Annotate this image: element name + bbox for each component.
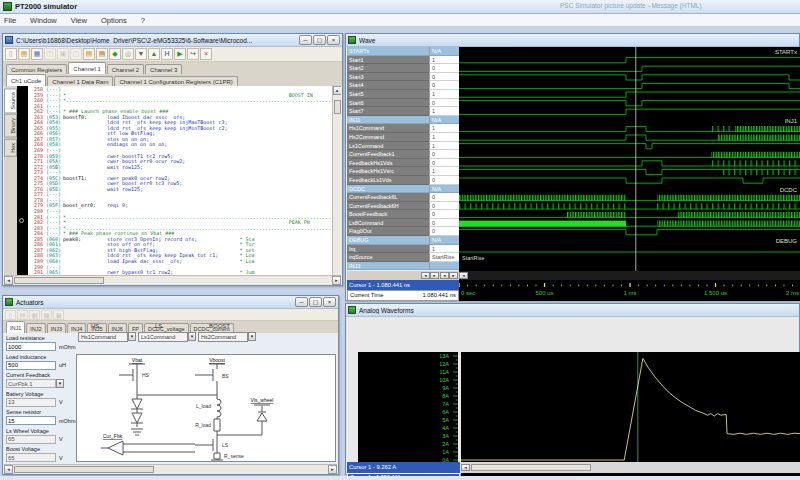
- wave-canvas-scrollbar[interactable]: ◄: [459, 271, 800, 280]
- toolbar-icon[interactable]: ▦: [41, 310, 52, 320]
- wave-signal-row[interactable]: FeedbackLs1Vds 0: [347, 176, 459, 185]
- wave-signal-row[interactable]: CurrentFeedback6H 0: [347, 202, 459, 211]
- menu-item[interactable]: File: [4, 16, 16, 25]
- wave-signal-row[interactable]: Flag0Out 0: [347, 227, 459, 236]
- field-input[interactable]: [6, 453, 56, 462]
- toolbar-icon[interactable]: ▲: [148, 48, 160, 60]
- analog-titlebar[interactable]: Analog Waveforms: [346, 304, 799, 317]
- wave-window-titlebar[interactable]: Wave: [346, 34, 799, 47]
- toolbar-icon[interactable]: ▦: [29, 310, 40, 320]
- scroll-thumb[interactable]: [471, 464, 591, 471]
- view-mode-tab[interactable]: Binary: [4, 114, 17, 138]
- analog-cursor-amp-readout[interactable]: Cursor 1 - 9.262 A: [347, 462, 460, 473]
- wave-signal-row[interactable]: Hs1Command 1: [347, 124, 459, 133]
- wave-signal-row[interactable]: FeedbackHs1Vds 0: [347, 159, 459, 168]
- wave-signal-row[interactable]: Start3 0: [347, 73, 459, 82]
- wave-signal-row[interactable]: Ls8Command 0: [347, 219, 459, 228]
- code-horizontal-scrollbar[interactable]: ◄ ►: [4, 275, 341, 284]
- toolbar-icon[interactable]: ▢: [70, 48, 82, 60]
- view-mode-tab[interactable]: Hex: [4, 139, 17, 157]
- toolbar-icon[interactable]: ▤: [83, 48, 95, 60]
- scroll-up-button[interactable]: ▲: [333, 86, 342, 95]
- wave-cursor-readout[interactable]: Cursor 1 - 1.080.441 ns: [347, 280, 459, 290]
- wave-signal-row[interactable]: STARTx N/A: [347, 47, 459, 56]
- analog-waveform-canvas[interactable]: [461, 352, 800, 462]
- wave-signal-row[interactable]: Start1 1: [347, 56, 459, 65]
- field-input[interactable]: [6, 342, 56, 351]
- scroll-right-button[interactable]: ►: [332, 276, 341, 285]
- toolbar-icon[interactable]: ◆: [109, 48, 121, 60]
- toolbar-icon[interactable]: ×: [200, 48, 212, 60]
- code-window-titlebar[interactable]: C:\Users\b16868\Desktop\Home_Driver\PSC\…: [3, 34, 342, 47]
- wave-signal-row[interactable]: FeedbackHs1Vsrc 1: [347, 167, 459, 176]
- scroll-thumb[interactable]: [14, 466, 154, 473]
- restore-button[interactable]: ▢: [309, 297, 322, 307]
- scroll-left-button[interactable]: ◄: [459, 272, 468, 279]
- toolbar-icon[interactable]: ▼: [135, 48, 147, 60]
- ls-command-select[interactable]: Ls1Command ▼: [138, 332, 196, 342]
- ucode-subtab[interactable]: Channel 1 Configuration Registers (C1PR): [114, 76, 237, 86]
- channel-tab[interactable]: Common Registers: [6, 64, 67, 74]
- toolbar-icon[interactable]: ▤: [96, 48, 108, 60]
- actuator-tab[interactable]: INJ2: [26, 323, 45, 333]
- toolbar-icon[interactable]: ▯: [5, 48, 17, 60]
- boost-command-select[interactable]: Hs2Command ▼: [198, 332, 256, 342]
- wave-signal-row[interactable]: CurrentFeedback6L 0: [347, 193, 459, 202]
- digital-waveform-canvas[interactable]: STARTxINJ1DCDCDEBUGStartRise: [459, 47, 800, 271]
- wave-signal-row[interactable]: Start2 0: [347, 64, 459, 73]
- wave-signal-row[interactable]: INJ1 N/A: [347, 116, 459, 125]
- scroll-right-button[interactable]: ►: [449, 272, 458, 279]
- scroll-thumb[interactable]: [14, 277, 104, 284]
- actuators-titlebar[interactable]: Actuators ─ ▢ ×: [3, 296, 338, 309]
- scroll-thumb[interactable]: [334, 100, 341, 114]
- chevron-down-icon[interactable]: ▼: [248, 332, 256, 341]
- wave-signal-row[interactable]: DCDC N/A: [347, 185, 459, 194]
- toolbar-icon[interactable]: ▶: [174, 48, 186, 60]
- wave-signal-row[interactable]: DEBUG N/A: [347, 236, 459, 245]
- channel-tab[interactable]: Channel 1: [68, 62, 105, 74]
- analog-horizontal-scrollbar[interactable]: ◄: [461, 462, 800, 473]
- chevron-down-icon[interactable]: ▼: [188, 332, 196, 341]
- view-mode-tab[interactable]: Source: [4, 88, 17, 113]
- scroll-left-button[interactable]: ◄: [461, 464, 470, 471]
- field-input[interactable]: [6, 361, 56, 370]
- field-input[interactable]: [6, 398, 56, 407]
- wave-signal-row[interactable]: Start6 0: [347, 99, 459, 108]
- toolbar-icon[interactable]: ▣: [53, 310, 64, 320]
- minimize-button[interactable]: ─: [295, 297, 308, 307]
- menu-item[interactable]: View: [71, 16, 87, 25]
- wave-list-scrollbar[interactable]: ◄► ◄►: [347, 271, 459, 280]
- toolbar-icon[interactable]: ↪: [187, 48, 199, 60]
- wave-signal-row[interactable]: CurrentFeedback1 0: [347, 150, 459, 159]
- chevron-down-icon[interactable]: ▼: [56, 379, 64, 388]
- actuator-tab[interactable]: INJ1: [6, 321, 25, 333]
- menu-item[interactable]: Options: [101, 16, 127, 25]
- toolbar-icon[interactable]: ▤: [18, 48, 30, 60]
- actuators-horizontal-scrollbar[interactable]: ◄ ►: [4, 464, 337, 473]
- channel-tab[interactable]: Channel 3: [145, 64, 182, 74]
- close-button[interactable]: ×: [327, 35, 340, 45]
- ucode-subtab[interactable]: Ch1 uCode: [6, 74, 46, 86]
- wave-signal-row[interactable]: INJ3: [347, 262, 459, 271]
- scroll-left-button[interactable]: ◄: [421, 272, 430, 279]
- scroll-left-button[interactable]: ◄: [4, 276, 13, 285]
- hs-command-select[interactable]: Hs1Command ▼: [78, 332, 136, 342]
- field-input[interactable]: [6, 416, 56, 425]
- scroll-left-button[interactable]: ◄: [440, 272, 449, 279]
- wave-signal-row[interactable]: Irq 1: [347, 245, 459, 254]
- ucode-subtab[interactable]: Channel 1 Data Ram: [47, 76, 113, 86]
- wave-signal-row[interactable]: Ls1Command 1: [347, 142, 459, 151]
- code-vertical-scrollbar[interactable]: ▲: [332, 86, 341, 275]
- scroll-left-button[interactable]: ◄: [4, 465, 13, 474]
- menu-item[interactable]: ?: [141, 16, 145, 25]
- wave-signal-row[interactable]: Hs2Command 1: [347, 133, 459, 142]
- scroll-right-button[interactable]: ►: [328, 465, 337, 474]
- actuator-tab[interactable]: INJ3: [47, 323, 66, 333]
- toolbar-icon[interactable]: ▯: [5, 310, 16, 320]
- wave-signal-row[interactable]: BoostFeedback 0: [347, 210, 459, 219]
- chevron-down-icon[interactable]: ▼: [128, 332, 136, 341]
- close-button[interactable]: ×: [323, 297, 336, 307]
- toolbar-icon[interactable]: ◫: [44, 48, 56, 60]
- toolbar-icon[interactable]: ◎: [122, 48, 134, 60]
- toolbar-icon[interactable]: ▦: [31, 48, 43, 60]
